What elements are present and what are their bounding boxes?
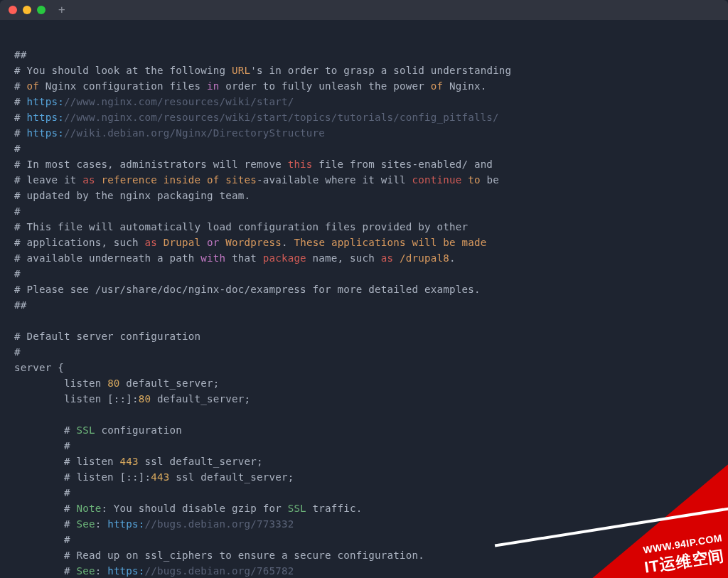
- code-token: file from sites-enabled/ and: [313, 159, 493, 170]
- code-line: server {: [14, 362, 64, 373]
- code-token: #: [14, 518, 76, 530]
- maximize-icon[interactable]: [37, 6, 46, 14]
- code-token: [220, 174, 226, 186]
- code-token: #: [14, 268, 21, 279]
- code-token: as: [381, 252, 393, 264]
- code-token: #: [14, 346, 21, 358]
- code-line: # available underneath a path with that …: [14, 252, 456, 264]
- code-line: ##: [14, 299, 26, 311]
- code-line: #: [14, 346, 21, 358]
- code-editor[interactable]: ## # You should look at the following UR…: [0, 20, 728, 578]
- code-token: ssl default_server;: [139, 456, 263, 467]
- code-token: package: [263, 252, 306, 264]
- code-line: # of Nginx configuration files in order …: [14, 80, 486, 92]
- code-token: #: [14, 205, 21, 217]
- code-token: -available where it will: [257, 174, 412, 186]
- code-line: # SSL configuration: [14, 424, 182, 436]
- code-token: [461, 174, 468, 186]
- code-token: //www.nginx.com/resources/wiki/start/top…: [64, 112, 499, 123]
- code-line: # applications, such as Drupal or Wordpr…: [14, 237, 486, 248]
- code-token: continue: [412, 174, 462, 186]
- code-token: sites: [225, 174, 257, 186]
- code-token: of: [26, 80, 38, 92]
- code-token: be: [443, 237, 455, 248]
- code-token: # Default server configuration: [14, 331, 200, 342]
- code-token: # Please see /usr/share/doc/nginx-doc/ex…: [14, 284, 481, 295]
- code-token: SSL: [288, 503, 306, 514]
- code-token: #: [14, 503, 76, 514]
- close-icon[interactable]: [9, 6, 17, 14]
- code-token: #: [14, 96, 26, 107]
- code-token: https:: [26, 96, 63, 107]
- code-token: name, such: [306, 252, 381, 264]
- window-titlebar: +: [0, 0, 728, 20]
- code-token: https:: [107, 518, 144, 530]
- code-token: #: [14, 127, 26, 139]
- code-token: #: [14, 487, 70, 498]
- code-token: # This file will automatically load conf…: [14, 221, 468, 232]
- code-token: default_server;: [151, 393, 250, 405]
- code-line: #: [14, 143, 21, 154]
- code-token: # applications, such: [14, 237, 145, 248]
- code-token: These: [294, 237, 325, 248]
- code-line: # https://wiki.debian.org/Nginx/Director…: [14, 127, 325, 139]
- code-token: 443: [120, 456, 139, 467]
- code-line: # listen [::]:443 ssl default_server;: [14, 471, 294, 483]
- code-token: [157, 237, 164, 248]
- code-token: # In most cases, administrators will rem…: [14, 159, 288, 170]
- code-line: # In most cases, administrators will rem…: [14, 159, 493, 170]
- code-token: to: [468, 174, 480, 186]
- code-token: Drupal: [164, 237, 200, 248]
- code-token: Note: [76, 503, 101, 514]
- code-token: #: [14, 80, 26, 92]
- code-token: of: [431, 80, 443, 92]
- code-line: # Read up on ssl_ciphers to ensure a sec…: [14, 550, 424, 561]
- code-token: this: [288, 159, 313, 170]
- minimize-icon[interactable]: [23, 6, 31, 14]
- code-token: ssl default_server;: [170, 471, 294, 483]
- code-token: # listen [::]:: [14, 471, 151, 483]
- code-token: with: [200, 252, 225, 264]
- code-token: in: [207, 80, 219, 92]
- code-token: 443: [151, 471, 169, 483]
- code-token: reference: [101, 174, 157, 186]
- code-token: #: [14, 440, 70, 451]
- code-token: server {: [14, 362, 64, 373]
- code-line: # https://www.nginx.com/resources/wiki/s…: [14, 96, 294, 107]
- code-line: # listen 443 ssl default_server;: [14, 456, 263, 467]
- code-token: [406, 237, 412, 248]
- code-token: listen [::]:: [14, 393, 139, 405]
- code-token: traffic.: [306, 503, 363, 514]
- code-token: : You should disable gzip for: [101, 503, 287, 514]
- code-line: # Default server configuration: [14, 331, 200, 342]
- code-token: [393, 252, 400, 264]
- code-line: # https://www.nginx.com/resources/wiki/s…: [14, 112, 499, 123]
- code-token: ##: [14, 299, 26, 311]
- new-tab-button[interactable]: +: [58, 4, 65, 16]
- code-token: :: [95, 518, 107, 530]
- code-token: //wiki.debian.org/Nginx/DirectoryStructu…: [64, 127, 325, 139]
- code-token: [220, 237, 226, 248]
- code-token: .: [282, 237, 294, 248]
- code-token: inside: [164, 174, 200, 186]
- code-token: #: [14, 143, 21, 154]
- code-token: Nginx.: [443, 80, 486, 92]
- code-line: #: [14, 534, 70, 545]
- code-token: be: [481, 174, 499, 186]
- code-token: as: [82, 174, 95, 186]
- code-token: 80: [107, 378, 119, 389]
- code-line: listen [::]:80 default_server;: [14, 393, 250, 405]
- code-token: /drupal8: [400, 252, 449, 264]
- code-token: applications: [331, 237, 406, 248]
- code-token: Wordpress: [225, 237, 282, 248]
- code-token: or: [207, 237, 219, 248]
- code-line: # See: https://bugs.debian.org/765782: [14, 565, 294, 577]
- code-line: #: [14, 268, 21, 279]
- code-token: ##: [14, 49, 26, 60]
- code-line: # This file will automatically load conf…: [14, 221, 468, 232]
- code-token: default_server;: [120, 378, 220, 389]
- code-token: #: [14, 565, 76, 577]
- code-token: URL: [232, 65, 250, 76]
- code-token: # updated by the nginx packaging team.: [14, 190, 250, 201]
- code-token: configuration: [95, 424, 182, 436]
